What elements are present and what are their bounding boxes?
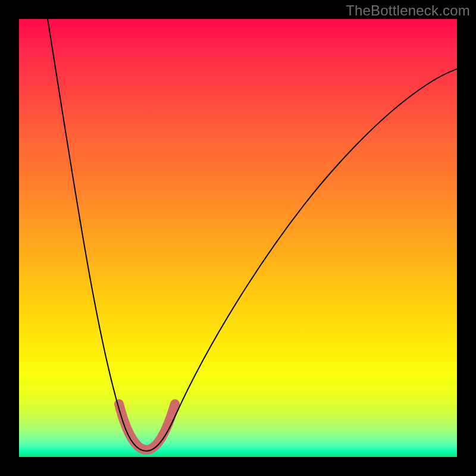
plot-area bbox=[19, 19, 457, 457]
chart-svg bbox=[19, 19, 457, 457]
watermark-text: TheBottleneck.com bbox=[346, 2, 470, 19]
main-curve bbox=[48, 19, 457, 451]
chart-frame: TheBottleneck.com bbox=[0, 0, 476, 476]
valley-marker bbox=[119, 404, 175, 450]
